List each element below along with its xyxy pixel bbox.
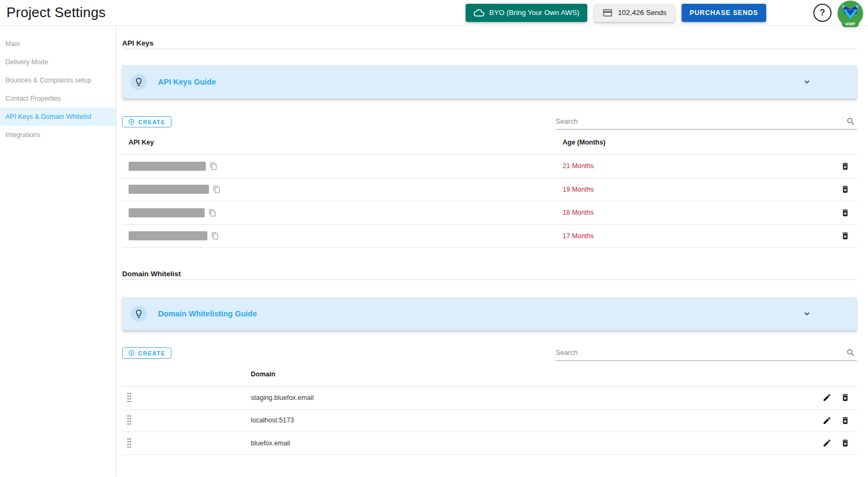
delete-icon[interactable] xyxy=(841,416,850,425)
domain-row: staging.bluefox.email xyxy=(122,387,857,410)
column-header-api-key: API Key xyxy=(122,139,563,146)
api-key-age: 18 Months xyxy=(563,209,833,216)
search-icon xyxy=(846,117,856,126)
api-keys-guide-panel[interactable]: API Keys Guide xyxy=(122,65,857,99)
domain-table-header: Domain xyxy=(122,362,857,387)
api-keys-section: API Keys API Keys Guide CREATE xyxy=(122,33,857,248)
domain-name: bluefox.email xyxy=(251,440,805,447)
plus-circle-icon xyxy=(128,118,135,125)
sidebar-item-api-keys-domain-whitelist[interactable]: API Keys & Domain Whitelist xyxy=(0,108,116,126)
api-keys-search xyxy=(556,116,857,130)
lightbulb-icon xyxy=(131,74,147,90)
create-label: CREATE xyxy=(138,350,166,357)
lightbulb-icon xyxy=(131,306,147,322)
api-keys-search-input[interactable] xyxy=(556,116,842,129)
guide-title-api-keys: API Keys Guide xyxy=(158,78,216,86)
redacted-api-key xyxy=(129,162,206,171)
section-title-api-keys: API Keys xyxy=(122,33,857,49)
domain-whitelist-section: Domain Whitelist Domain Whitelisting Gui… xyxy=(122,264,857,455)
byo-aws-label: BYO (Bring Your Own AWS) xyxy=(489,9,579,17)
api-key-row: 18 Months xyxy=(122,201,857,225)
sends-count-label: 102,426 Sends xyxy=(618,9,667,17)
chevron-down-icon[interactable] xyxy=(802,77,812,87)
redacted-api-key xyxy=(129,208,205,217)
main-content: API Keys API Keys Guide CREATE xyxy=(116,26,868,476)
edit-icon[interactable] xyxy=(822,416,832,425)
api-keys-table-header: API Key Age (Months) xyxy=(122,131,857,155)
sidebar-item-main[interactable]: Main xyxy=(0,35,116,53)
column-header-domain: Domain xyxy=(251,370,805,378)
domain-whitelist-table: Domain staging.bluefox.email xyxy=(122,362,857,455)
api-key-age: 17 Months xyxy=(563,232,833,240)
chevron-down-icon[interactable] xyxy=(802,309,812,319)
copy-icon[interactable] xyxy=(211,232,219,240)
copy-icon[interactable] xyxy=(213,185,221,193)
help-button[interactable]: ? xyxy=(813,4,832,22)
api-key-row: 17 Months xyxy=(122,225,857,248)
domain-whitelist-toolbar: CREATE xyxy=(122,347,857,362)
user-role-badge: user xyxy=(842,20,859,27)
api-keys-table: API Key Age (Months) 21 Months xyxy=(122,131,857,248)
purchase-sends-button[interactable]: PURCHASE SENDS xyxy=(682,4,766,22)
cloud-icon xyxy=(474,7,484,18)
api-key-row: 19 Months xyxy=(122,178,857,202)
domain-name: staging.bluefox.email xyxy=(251,394,805,402)
delete-icon[interactable] xyxy=(841,438,850,448)
user-avatar[interactable]: user xyxy=(837,0,864,27)
section-title-domain-whitelist: Domain Whitelist xyxy=(122,264,857,280)
domain-whitelist-guide-panel[interactable]: Domain Whitelisting Guide xyxy=(122,297,857,330)
sidebar-item-integrations[interactable]: Integrations xyxy=(0,126,116,144)
api-key-row: 21 Months xyxy=(122,155,857,178)
api-key-age: 19 Months xyxy=(563,186,833,193)
credit-card-icon xyxy=(602,7,613,18)
redacted-api-key xyxy=(129,231,207,240)
drag-handle-icon[interactable] xyxy=(122,414,136,426)
edit-icon[interactable] xyxy=(822,393,832,402)
create-api-key-button[interactable]: CREATE xyxy=(122,116,171,127)
settings-sidebar: Main Delivery Mode Bounces & Complaints … xyxy=(0,26,116,476)
create-label: CREATE xyxy=(138,119,166,125)
drag-handle-icon[interactable] xyxy=(122,392,136,404)
edit-icon[interactable] xyxy=(822,438,832,448)
delete-icon[interactable] xyxy=(841,208,850,217)
domain-name: localhost:5173 xyxy=(251,417,805,424)
domain-row: localhost:5173 xyxy=(122,410,857,433)
domain-whitelist-search xyxy=(556,347,857,361)
domain-row: bluefox.email xyxy=(122,432,857,455)
domain-search-input[interactable] xyxy=(556,347,842,360)
column-header-age: Age (Months) xyxy=(563,139,833,146)
copy-icon[interactable] xyxy=(209,162,218,170)
api-key-age: 21 Months xyxy=(563,162,833,170)
byo-aws-button[interactable]: BYO (Bring Your Own AWS) xyxy=(466,4,587,22)
sidebar-item-delivery-mode[interactable]: Delivery Mode xyxy=(0,53,116,71)
drag-handle-icon[interactable] xyxy=(122,437,136,449)
create-domain-button[interactable]: CREATE xyxy=(122,347,171,359)
delete-icon[interactable] xyxy=(841,393,850,402)
delete-icon[interactable] xyxy=(841,185,850,194)
api-keys-toolbar: CREATE xyxy=(122,116,857,131)
plus-circle-icon xyxy=(128,350,135,357)
guide-title-domain-whitelist: Domain Whitelisting Guide xyxy=(158,309,257,318)
page-header: Project Settings BYO (Bring Your Own AWS… xyxy=(0,0,868,26)
delete-icon[interactable] xyxy=(841,231,850,240)
header-actions: BYO (Bring Your Own AWS) 102,426 Sends P… xyxy=(466,0,864,27)
copy-icon[interactable] xyxy=(208,209,216,217)
delete-icon[interactable] xyxy=(841,162,850,171)
sidebar-item-bounces-complaints[interactable]: Bounces & Complaints setup xyxy=(0,71,116,89)
sends-counter-button[interactable]: 102,426 Sends xyxy=(594,4,675,22)
page-title: Project Settings xyxy=(6,4,106,21)
search-icon xyxy=(846,348,856,358)
sidebar-item-contact-properties[interactable]: Contact Properties xyxy=(0,89,116,108)
redacted-api-key xyxy=(129,185,209,194)
